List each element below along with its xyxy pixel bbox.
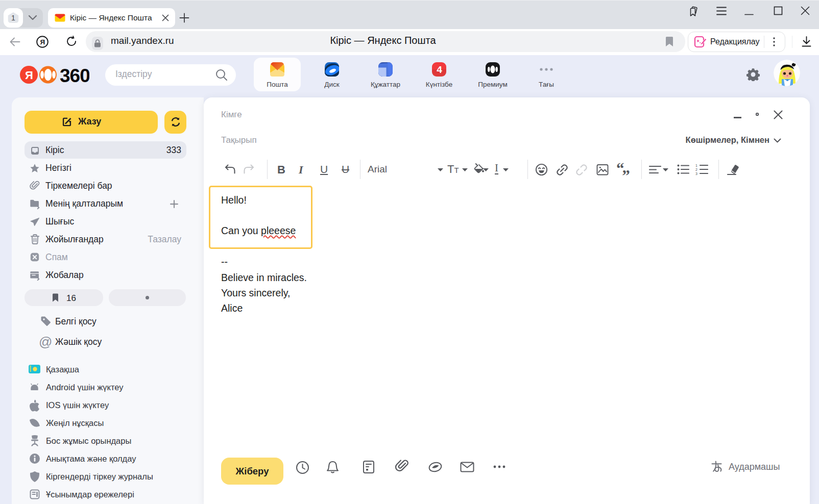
svg-text:1: 1 — [11, 14, 15, 22]
svg-text:4: 4 — [437, 64, 442, 75]
svg-text:2: 2 — [695, 168, 697, 171]
svg-text:Я: Я — [25, 69, 33, 82]
svg-text:Я: Я — [40, 38, 45, 46]
svg-text:360: 360 — [60, 66, 89, 86]
svg-text:1: 1 — [695, 164, 697, 167]
svg-text:3: 3 — [695, 172, 697, 175]
